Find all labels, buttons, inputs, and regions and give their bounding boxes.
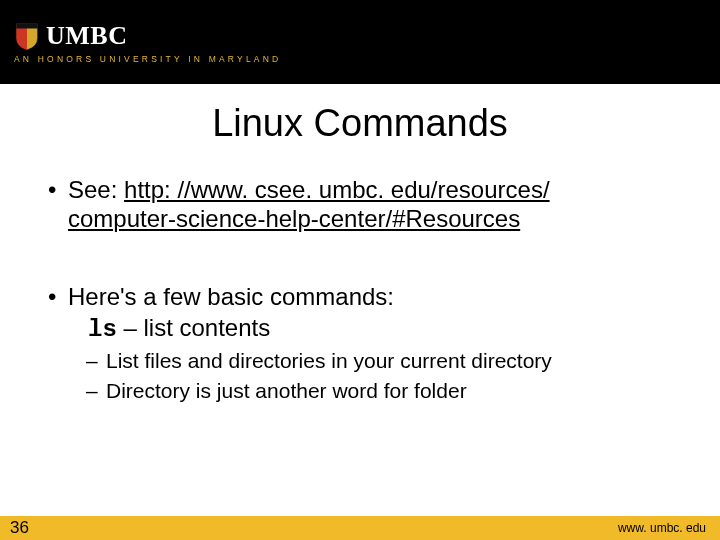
intro-text: Here's a few basic commands:: [68, 282, 394, 311]
slide-title: Linux Commands: [0, 102, 720, 145]
command-desc: – list contents: [117, 314, 270, 341]
bullet-intro: Here's a few basic commands:: [48, 282, 680, 311]
page-number: 36: [10, 518, 29, 538]
tagline: AN HONORS UNIVERSITY IN MARYLAND: [14, 54, 720, 64]
svg-rect-0: [16, 23, 37, 28]
spacer: [48, 234, 680, 262]
dash-icon: [86, 348, 106, 374]
footer-url: www. umbc. edu: [618, 521, 706, 535]
shield-icon: [14, 21, 40, 51]
bullet-dot-icon: [48, 175, 68, 234]
bullet-see-text: See: http: //www. csee. umbc. edu/resour…: [68, 175, 550, 234]
sub2-text: Directory is just another word for folde…: [106, 378, 467, 404]
bullet-see: See: http: //www. csee. umbc. edu/resour…: [48, 175, 680, 234]
command-code: ls: [88, 316, 117, 343]
logo: UMBC: [14, 21, 720, 51]
sub1-text: List files and directories in your curre…: [106, 348, 552, 374]
resource-link-line1[interactable]: http: //www. csee. umbc. edu/resources/: [124, 176, 550, 203]
content-area: See: http: //www. csee. umbc. edu/resour…: [0, 155, 720, 516]
header-bar: UMBC AN HONORS UNIVERSITY IN MARYLAND: [0, 0, 720, 84]
slide: UMBC AN HONORS UNIVERSITY IN MARYLAND Li…: [0, 0, 720, 540]
dash-icon: [86, 378, 106, 404]
sub-bullet-2: Directory is just another word for folde…: [48, 378, 680, 404]
resource-link-line2[interactable]: computer-science-help-center/#Resources: [68, 205, 520, 232]
logo-text: UMBC: [46, 21, 127, 51]
footer-bar: 36 www. umbc. edu: [0, 516, 720, 540]
bullet-dot-icon: [48, 282, 68, 311]
sub-bullet-1: List files and directories in your curre…: [48, 348, 680, 374]
see-label: See:: [68, 176, 124, 203]
command-line: ls – list contents: [48, 313, 680, 344]
